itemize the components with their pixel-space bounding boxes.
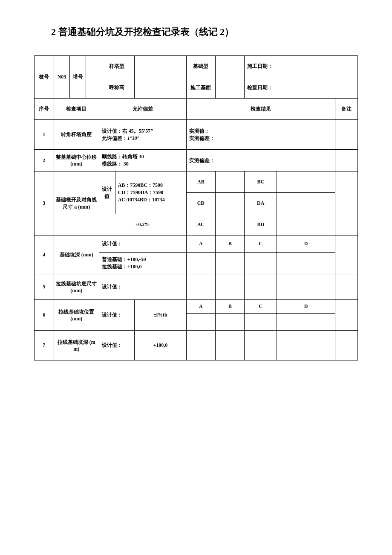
r3-da-label: DA (245, 193, 277, 214)
r2-item: 整基基础中心位移(mm) (54, 150, 99, 171)
r6-remark (335, 300, 357, 331)
r1-res-l2: 实测偏差： (189, 135, 215, 141)
r7-design: 设计值： (99, 331, 134, 360)
foundation-type-label: 基础型 (186, 56, 215, 77)
inspection-date-label: 检查日期： (245, 77, 358, 99)
r3-bd-val (277, 214, 335, 235)
r1-item: 转角杆塔角度 (54, 120, 99, 150)
col-result: 检查结果 (186, 99, 335, 120)
col-item: 检查项目 (54, 99, 99, 120)
r4-a: A (186, 235, 215, 253)
r3-da-val (277, 193, 335, 214)
r7-seq: 7 (35, 331, 54, 360)
r4-tol-l1: 普通基础：+100,-50 (102, 256, 146, 262)
r2-tol-l1: 顺线路：转角塔 30 (102, 154, 144, 160)
r5-item: 拉线基础坑底尺寸(mm) (54, 274, 99, 300)
r5-c4 (277, 274, 335, 300)
r3-design-label: 设计值 (99, 171, 115, 214)
r1-tolerance: 设计值：右 45。55′57″ 允许偏差：1°30″ (99, 120, 186, 150)
r7-remark (335, 331, 357, 360)
r4-item: 基础坑深 (mm) (54, 235, 99, 274)
r2-result: 实测偏差： (186, 150, 335, 171)
r3-bc-label: BC (245, 171, 277, 193)
pile-no-label: 桩号 (35, 56, 54, 99)
r3-cd-label: CD (186, 193, 215, 214)
r2-seq: 2 (35, 150, 54, 171)
r5-c2 (215, 274, 244, 300)
r5-design: 设计值： (99, 274, 186, 300)
r3-ab-val (215, 171, 244, 193)
r3-seq: 3 (35, 171, 54, 235)
r6-design: 设计值： (99, 300, 134, 331)
construction-date-label: 施工日期： (245, 56, 358, 77)
r3-item: 基础根开及对角线尺寸 a (mm) (54, 171, 99, 235)
r4-design: 设计值： (99, 235, 186, 253)
r6-seq: 6 (35, 300, 54, 331)
nominal-height-label: 呼称高 (99, 77, 134, 99)
r6-c-val (245, 314, 277, 331)
r1-remark (335, 120, 357, 150)
r1-tol-l2a: 允许偏差： (102, 135, 127, 141)
r7-item: 拉线基础坑深 (mm) (54, 331, 99, 360)
r4-remark (335, 235, 357, 274)
r4-d: D (277, 235, 335, 253)
r6-c: C (245, 300, 277, 314)
r6-a: A (186, 300, 215, 314)
r3-bc-val (277, 171, 335, 193)
r4-c: C (245, 235, 277, 253)
r6-tolerance: ±l%tb (135, 300, 186, 331)
col-tolerance: 允许偏差 (99, 99, 186, 120)
r6-b: B (215, 300, 244, 314)
page-title: 2 普通基础分坑及开挖检查记录表（线记 2） (51, 26, 358, 38)
r7-c4 (277, 331, 335, 360)
r7-c2 (215, 331, 244, 360)
tower-type-value (135, 56, 186, 77)
r7-c3 (245, 331, 277, 360)
r6-item: 拉线基础坑位置 (mm) (54, 300, 99, 331)
r3-dv-l2: CD：7590DA：7590 (118, 189, 164, 195)
foundation-type-value (215, 56, 244, 77)
r4-a-val (186, 253, 215, 274)
r4-c-val (245, 253, 277, 274)
construction-surface-value (215, 77, 244, 99)
tower-no-value (86, 56, 99, 99)
r3-dv-l1: AB：7590BC：7590 (118, 182, 163, 188)
r3-cd-val (215, 193, 244, 214)
col-remark: 备注 (335, 99, 357, 120)
r7-c1 (186, 331, 215, 360)
pile-no-value: N03 (54, 56, 70, 99)
r7-tolerance: +100,0 (135, 331, 186, 360)
r3-remark (335, 171, 357, 235)
r5-remark (335, 274, 357, 300)
inspection-table: 桩号 N03 塔号 杆塔型 基础型 施工日期： 呼称高 施工基面 检查日期： 序… (34, 55, 358, 360)
r3-design-values: AB：7590BC：7590 CD：7590DA：7590 AC:10734BD… (115, 171, 186, 214)
tower-type-label: 杆塔型 (99, 56, 134, 77)
r5-seq: 5 (35, 274, 54, 300)
r5-c1 (186, 274, 215, 300)
r4-b: B (215, 235, 244, 253)
r1-seq: 1 (35, 120, 54, 150)
r4-tolerance: 普通基础：+100,-50 拉线基础：+100,0 (99, 253, 186, 274)
r2-tolerance: 顺线路：转角塔 30 横线路： 30 (99, 150, 186, 171)
construction-surface-label: 施工基面 (186, 77, 215, 99)
r4-d-val (277, 253, 335, 274)
r2-tol-l2: 横线路： 30 (102, 161, 129, 167)
r3-ac-val (215, 214, 244, 235)
tower-no-label: 塔号 (70, 56, 86, 99)
r4-seq: 4 (35, 235, 54, 274)
r3-ab-label: AB (186, 171, 215, 193)
r4-tol-l2: 拉线基础：+100,0 (102, 264, 142, 270)
r3-ac-label: AC (186, 214, 215, 235)
r1-tol-l1: 设计值：右 45。55′57″ (102, 128, 153, 134)
col-seq: 序号 (35, 99, 54, 120)
r5-c3 (245, 274, 277, 300)
r1-result: 实测值： 实测偏差： (186, 120, 335, 150)
r6-a-val (186, 314, 215, 331)
nominal-height-value (135, 77, 186, 99)
r3-tolerance: ±0.2% (99, 214, 186, 235)
r1-tol-l2b: 1°30″ (127, 135, 140, 141)
r1-res-l1: 实测值： (189, 128, 210, 134)
r6-d-val (277, 314, 335, 331)
r4-b-val (215, 253, 244, 274)
r6-b-val (215, 314, 244, 331)
